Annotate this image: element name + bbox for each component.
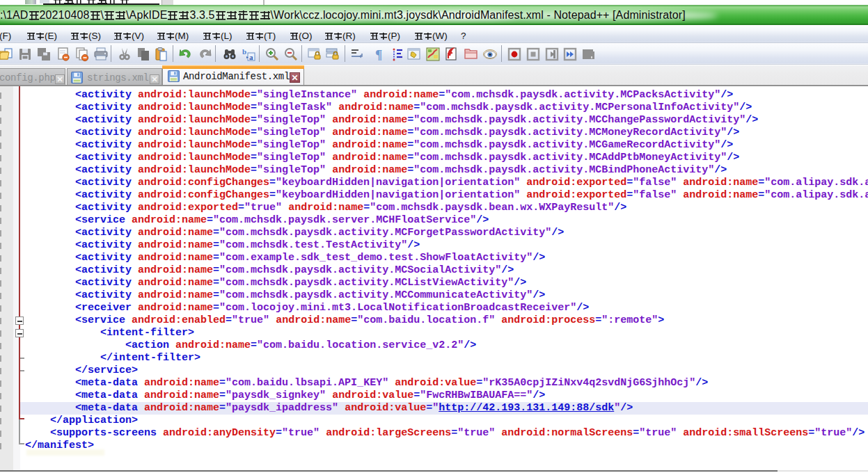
svg-text:a: a — [249, 53, 253, 61]
svg-text:¶: ¶ — [375, 47, 382, 62]
svg-text:b: b — [242, 47, 246, 56]
